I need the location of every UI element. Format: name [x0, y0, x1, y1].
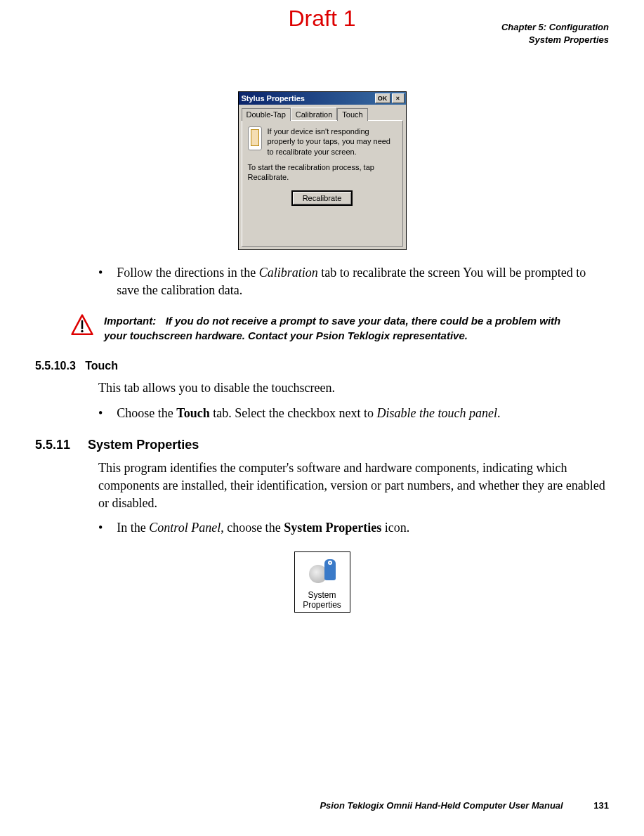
bullet-touch-instruction: • Choose the Touch tab. Select the check… [98, 405, 609, 422]
important-note: Important: If you do not receive a promp… [70, 313, 574, 343]
dialog-title: Stylus Properties [242, 94, 305, 103]
tab-double-tap[interactable]: Double-Tap [242, 108, 291, 121]
paragraph: This program identifies the computer's s… [98, 459, 609, 513]
paragraph: This tab allows you to disable the touch… [98, 379, 609, 397]
draft-watermark: Draft 1 [288, 6, 355, 32]
important-text: If you do not receive a prompt to save y… [104, 315, 560, 341]
stylus-properties-dialog: Stylus Properties OK × Double-Tap Calibr… [238, 91, 407, 250]
text: icon. [381, 521, 409, 535]
close-button[interactable]: × [392, 93, 405, 103]
tab-panel-calibration: If your device isn't responding properly… [242, 120, 403, 247]
screenshot-figure: Stylus Properties OK × Double-Tap Calibr… [35, 91, 609, 250]
bullet-calibration-instruction: • Follow the directions in the Calibrati… [98, 264, 609, 299]
footer-text: Psion Teklogix Omnii Hand-Held Computer … [320, 800, 563, 811]
ok-button[interactable]: OK [375, 93, 390, 103]
header-chapter: Chapter 5: Configuration [501, 21, 609, 34]
dialog-titlebar: Stylus Properties OK × [239, 92, 406, 105]
important-label: Important: [104, 315, 156, 327]
svg-point-1 [81, 330, 83, 332]
icon-label-line1: System [301, 590, 344, 600]
text: , choose the [221, 521, 284, 535]
heading-text: Touch [85, 360, 118, 372]
tab-calibration[interactable]: Calibration [291, 107, 338, 120]
dialog-hint-text: To start the recalibration process, tap … [248, 162, 397, 183]
text: In the [117, 521, 149, 535]
page-header: Chapter 5: Configuration System Properti… [501, 21, 609, 46]
heading-text: System Properties [88, 438, 199, 452]
icon-label-line2: Properties [301, 600, 344, 610]
dialog-info-text: If your device isn't responding properly… [268, 126, 397, 157]
page-number: 131 [593, 800, 609, 811]
heading-number: 5.5.11 [35, 438, 70, 452]
heading-touch: 5.5.10.3 Touch [35, 360, 609, 372]
page-footer: Psion Teklogix Omnii Hand-Held Computer … [320, 800, 609, 811]
heading-system-properties: 5.5.11 System Properties [35, 438, 609, 452]
heading-number: 5.5.10.3 [35, 360, 76, 372]
text: Choose the [117, 406, 176, 420]
text-emphasis: Control Panel [149, 521, 221, 535]
system-properties-icon [308, 558, 337, 587]
recalibrate-button[interactable]: Recalibrate [291, 190, 353, 206]
text-bold: Touch [176, 406, 209, 420]
tab-strip: Double-Tap Calibration Touch [239, 105, 406, 120]
bullet-marker: • [98, 519, 103, 537]
text: . [497, 406, 501, 420]
system-properties-icon-box: System Properties [294, 551, 350, 613]
text-bold: System Properties [284, 521, 381, 535]
bullet-sysprop-instruction: • In the Control Panel, choose the Syste… [98, 519, 609, 537]
text-emphasis: Calibration [259, 266, 318, 280]
text: Follow the directions in the [117, 266, 258, 280]
text: tab. Select the checkbox next to [210, 406, 377, 420]
warning-icon [70, 313, 94, 341]
bullet-marker: • [98, 405, 103, 422]
pda-icon [248, 126, 262, 150]
bullet-marker: • [98, 264, 103, 299]
tab-touch[interactable]: Touch [337, 108, 367, 121]
text-emphasis: Disable the touch panel [377, 406, 497, 420]
icon-figure: System Properties [35, 551, 609, 613]
header-section: System Properties [501, 34, 609, 46]
